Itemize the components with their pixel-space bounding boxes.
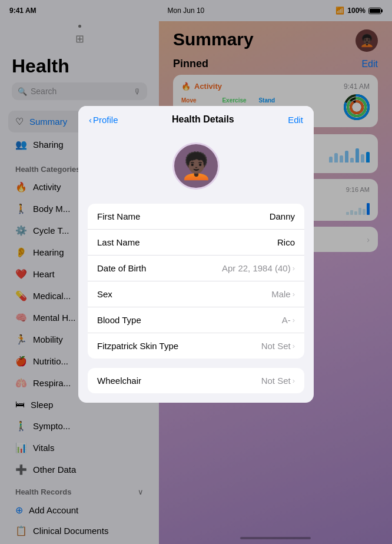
avatar-emoji: 🧑🏿‍🦱	[180, 151, 212, 181]
modal-avatar[interactable]: 🧑🏿‍🦱	[172, 142, 220, 190]
wheelchair-row[interactable]: Wheelchair Not Set ›	[88, 368, 304, 393]
blood-type-row[interactable]: Blood Type A- ›	[88, 307, 304, 333]
sex-chevron-icon: ›	[293, 290, 295, 298]
last-name-label: Last Name	[97, 237, 140, 247]
sex-value: Male ›	[271, 289, 295, 299]
dob-row[interactable]: Date of Birth Apr 22, 1984 (40) ›	[88, 256, 304, 281]
skin-type-chevron-icon: ›	[293, 341, 295, 350]
modal-overlay: ‹ Profile Health Details Edit 🧑🏿‍🦱 First…	[0, 0, 392, 544]
first-name-value: Danny	[270, 211, 295, 221]
blood-type-value: A- ›	[282, 315, 295, 325]
health-details-form-2: Wheelchair Not Set ›	[88, 368, 304, 393]
wheelchair-value: Not Set ›	[261, 376, 295, 386]
last-name-row[interactable]: Last Name Rico	[88, 230, 304, 256]
skin-type-value: Not Set ›	[261, 341, 295, 351]
skin-type-row[interactable]: Fitzpatrick Skin Type Not Set ›	[88, 333, 304, 359]
first-name-row[interactable]: First Name Danny	[88, 204, 304, 230]
first-name-label: First Name	[97, 211, 140, 221]
sex-row[interactable]: Sex Male ›	[88, 281, 304, 307]
modal-back-button[interactable]: ‹ Profile	[89, 115, 118, 125]
blood-type-label: Blood Type	[97, 315, 141, 325]
dob-label: Date of Birth	[97, 263, 146, 273]
wheelchair-label: Wheelchair	[97, 376, 141, 386]
blood-type-chevron-icon: ›	[293, 316, 295, 324]
dob-value: Apr 22, 1984 (40) ›	[222, 263, 295, 273]
dob-chevron-icon: ›	[293, 264, 295, 273]
health-details-modal: ‹ Profile Health Details Edit 🧑🏿‍🦱 First…	[78, 106, 314, 403]
modal-title: Health Details	[172, 114, 234, 125]
health-details-form: First Name Danny Last Name Rico Date of …	[88, 204, 304, 359]
wheelchair-chevron-icon: ›	[293, 376, 295, 385]
skin-type-label: Fitzpatrick Skin Type	[97, 341, 178, 351]
sex-label: Sex	[97, 289, 112, 299]
modal-edit-button[interactable]: Edit	[288, 115, 303, 125]
back-chevron-icon: ‹	[89, 115, 92, 125]
last-name-value: Rico	[277, 237, 295, 247]
